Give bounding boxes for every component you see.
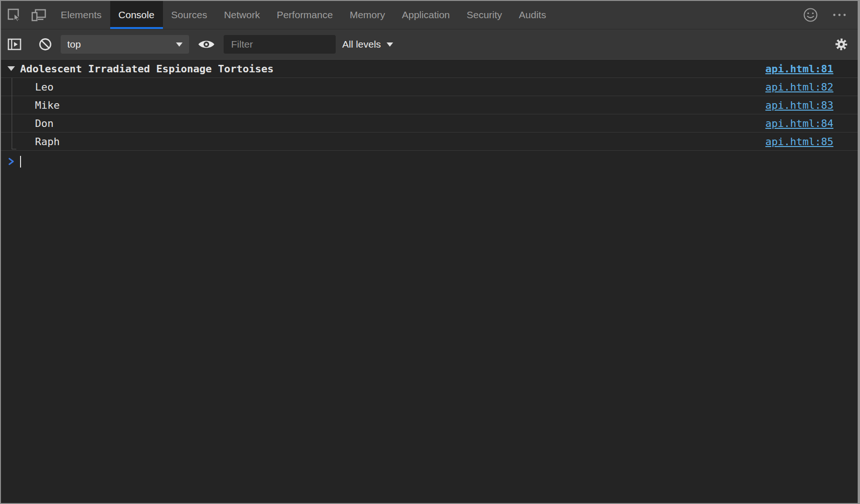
source-link[interactable]: api.html:81	[765, 63, 833, 75]
devtools-window: Elements Console Sources Network Perform…	[0, 0, 860, 504]
tab-sources[interactable]: Sources	[163, 1, 216, 29]
console-toolbar: top All levels	[1, 29, 858, 60]
text-cursor	[20, 156, 21, 168]
source-link[interactable]: api.html:82	[765, 81, 833, 93]
console-group-header[interactable]: Adolescent Irradiated Espionage Tortoise…	[1, 60, 858, 78]
eye-live-expression-icon[interactable]	[197, 38, 215, 51]
prompt-chevron-icon	[8, 157, 14, 166]
inspect-element-icon[interactable]	[7, 7, 21, 22]
panel-tabs: Elements Console Sources Network Perform…	[52, 1, 555, 29]
console-filter-input[interactable]	[224, 35, 336, 54]
chevron-down-icon	[387, 42, 393, 47]
console-message-row: Mike api.html:83	[1, 96, 858, 114]
console-prompt[interactable]	[1, 151, 858, 172]
devtools-tabbar: Elements Console Sources Network Perform…	[1, 1, 858, 29]
tab-security[interactable]: Security	[458, 1, 510, 29]
console-message-row: Leo api.html:82	[1, 78, 858, 96]
tab-elements[interactable]: Elements	[52, 1, 110, 29]
tab-memory[interactable]: Memory	[341, 1, 394, 29]
log-levels-label: All levels	[342, 39, 381, 50]
message-text: Mike	[1, 99, 60, 111]
feedback-smiley-icon[interactable]	[803, 7, 818, 23]
source-link[interactable]: api.html:84	[765, 118, 833, 129]
source-link[interactable]: api.html:83	[765, 99, 833, 111]
console-message-row: Don api.html:84	[1, 114, 858, 133]
chevron-down-icon	[176, 42, 183, 47]
console-message-row: Raph api.html:85	[1, 133, 858, 151]
settings-gear-icon[interactable]	[834, 37, 848, 51]
tab-audits[interactable]: Audits	[510, 1, 554, 29]
execution-context-value: top	[67, 39, 81, 50]
tab-performance[interactable]: Performance	[268, 1, 341, 29]
source-link[interactable]: api.html:85	[765, 136, 833, 147]
message-text: Leo	[1, 81, 54, 93]
tab-console[interactable]: Console	[110, 1, 163, 29]
device-toolbar-icon[interactable]	[31, 7, 47, 22]
tab-application[interactable]: Application	[394, 1, 458, 29]
group-title: Adolescent Irradiated Espionage Tortoise…	[20, 63, 274, 75]
tab-network[interactable]: Network	[216, 1, 268, 29]
group-disclosure-icon[interactable]	[7, 66, 15, 71]
log-levels-dropdown[interactable]: All levels	[342, 39, 393, 50]
message-text: Don	[1, 118, 54, 129]
console-sidebar-toggle-icon[interactable]	[7, 37, 22, 52]
console-messages-pane: Adolescent Irradiated Espionage Tortoise…	[1, 60, 858, 172]
overflow-menu-icon[interactable]	[832, 13, 846, 17]
message-text: Raph	[1, 136, 60, 147]
execution-context-selector[interactable]: top	[61, 35, 189, 54]
clear-console-icon[interactable]	[38, 37, 52, 51]
